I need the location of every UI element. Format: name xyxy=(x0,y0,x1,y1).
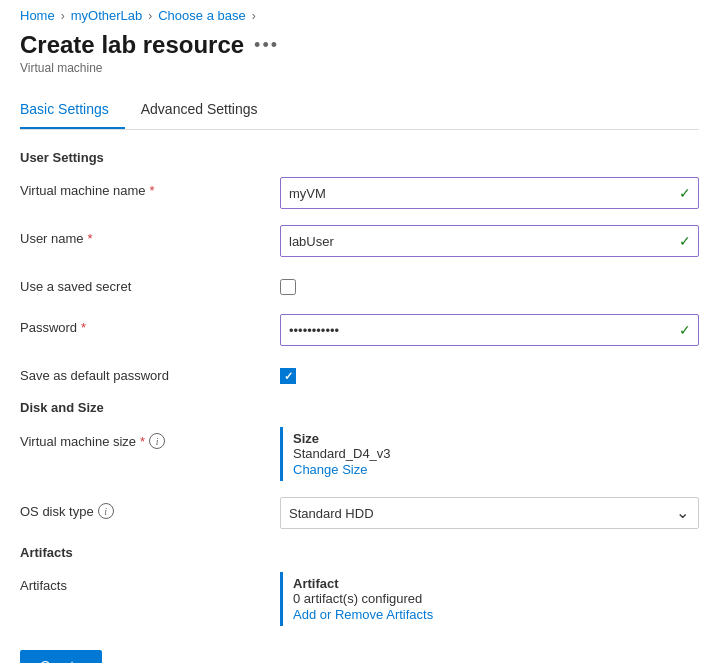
password-input[interactable] xyxy=(280,314,699,346)
vm-name-row: Virtual machine name * ✓ xyxy=(20,177,699,209)
password-row: Password * ✓ xyxy=(20,314,699,346)
actions-bar: Create xyxy=(20,642,699,663)
page-container: Home › myOtherLab › Choose a base › Crea… xyxy=(0,0,719,663)
default-password-checkbox[interactable] xyxy=(280,368,296,384)
more-options-icon[interactable]: ••• xyxy=(254,35,279,56)
vm-name-required: * xyxy=(150,183,155,198)
vm-size-card: Size Standard_D4_v3 Change Size xyxy=(280,427,699,481)
artifact-card-header: Artifact xyxy=(293,576,699,591)
breadcrumb: Home › myOtherLab › Choose a base › xyxy=(20,8,699,23)
password-check-icon: ✓ xyxy=(679,322,691,338)
vm-size-control: Size Standard_D4_v3 Change Size xyxy=(280,427,699,481)
vm-name-input[interactable] xyxy=(280,177,699,209)
password-control: ✓ xyxy=(280,314,699,346)
saved-secret-row: Use a saved secret xyxy=(20,273,699,298)
vm-size-row: Virtual machine size * i Size Standard_D… xyxy=(20,427,699,481)
saved-secret-label: Use a saved secret xyxy=(20,273,280,294)
os-disk-control: Standard HDD Standard SSD Premium SSD xyxy=(280,497,699,529)
artifacts-row: Artifacts Artifact 0 artifact(s) configu… xyxy=(20,572,699,626)
vm-size-card-header: Size xyxy=(293,431,699,446)
breadcrumb-home[interactable]: Home xyxy=(20,8,55,23)
os-disk-label: OS disk type i xyxy=(20,497,280,519)
default-password-label: Save as default password xyxy=(20,362,280,383)
artifacts-section-header: Artifacts xyxy=(20,545,699,560)
tab-advanced-settings[interactable]: Advanced Settings xyxy=(141,91,274,129)
os-disk-type-select[interactable]: Standard HDD Standard SSD Premium SSD xyxy=(280,497,699,529)
vm-size-label: Virtual machine size * i xyxy=(20,427,280,449)
os-disk-info-icon[interactable]: i xyxy=(98,503,114,519)
user-name-required: * xyxy=(88,231,93,246)
tabs-container: Basic Settings Advanced Settings xyxy=(20,91,699,130)
user-settings-section: User Settings Virtual machine name * ✓ U… xyxy=(20,150,699,384)
page-title: Create lab resource xyxy=(20,31,244,59)
vm-name-check-icon: ✓ xyxy=(679,185,691,201)
breadcrumb-sep-2: › xyxy=(148,9,152,23)
breadcrumb-sep-3: › xyxy=(252,9,256,23)
os-disk-select-wrapper: Standard HDD Standard SSD Premium SSD xyxy=(280,497,699,529)
page-subtitle: Virtual machine xyxy=(20,61,699,75)
password-label: Password * xyxy=(20,314,280,335)
user-name-label: User name * xyxy=(20,225,280,246)
vm-name-control: ✓ xyxy=(280,177,699,209)
vm-size-required: * xyxy=(140,434,145,449)
default-password-row: Save as default password xyxy=(20,362,699,384)
add-remove-artifacts-link[interactable]: Add or Remove Artifacts xyxy=(293,607,433,622)
disk-size-header: Disk and Size xyxy=(20,400,699,415)
user-name-input-wrapper: ✓ xyxy=(280,225,699,257)
artifact-count: 0 artifact(s) configured xyxy=(293,591,699,606)
saved-secret-checkbox[interactable] xyxy=(280,279,296,295)
user-name-check-icon: ✓ xyxy=(679,233,691,249)
create-button[interactable]: Create xyxy=(20,650,102,663)
breadcrumb-sep-1: › xyxy=(61,9,65,23)
artifacts-label: Artifacts xyxy=(20,572,280,593)
vm-size-info-icon[interactable]: i xyxy=(149,433,165,449)
breadcrumb-current[interactable]: Choose a base xyxy=(158,8,245,23)
vm-size-value: Standard_D4_v3 xyxy=(293,446,699,461)
page-header: Create lab resource ••• xyxy=(20,31,699,59)
disk-size-section: Disk and Size Virtual machine size * i S… xyxy=(20,400,699,529)
default-password-control xyxy=(280,362,699,384)
breadcrumb-lab[interactable]: myOtherLab xyxy=(71,8,143,23)
artifacts-section: Artifacts Artifacts Artifact 0 artifact(… xyxy=(20,545,699,626)
password-required: * xyxy=(81,320,86,335)
password-input-wrapper: ✓ xyxy=(280,314,699,346)
os-disk-row: OS disk type i Standard HDD Standard SSD… xyxy=(20,497,699,529)
user-settings-header: User Settings xyxy=(20,150,699,165)
vm-name-label: Virtual machine name * xyxy=(20,177,280,198)
user-name-input[interactable] xyxy=(280,225,699,257)
artifacts-control: Artifact 0 artifact(s) configured Add or… xyxy=(280,572,699,626)
user-name-row: User name * ✓ xyxy=(20,225,699,257)
tab-basic-settings[interactable]: Basic Settings xyxy=(20,91,125,129)
vm-name-input-wrapper: ✓ xyxy=(280,177,699,209)
saved-secret-control xyxy=(280,273,699,298)
change-size-link[interactable]: Change Size xyxy=(293,462,367,477)
user-name-control: ✓ xyxy=(280,225,699,257)
artifact-card: Artifact 0 artifact(s) configured Add or… xyxy=(280,572,699,626)
